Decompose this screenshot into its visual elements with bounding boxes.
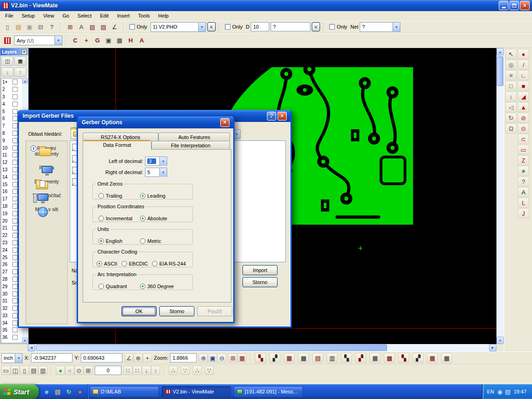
- measure-icon[interactable]: ∠: [109, 22, 120, 32]
- draw-circle-center-icon[interactable]: ⊙: [518, 123, 529, 133]
- restore-button[interactable]: [509, 1, 519, 10]
- mirror-icon[interactable]: ◁: [505, 102, 517, 112]
- prev-dcode-button[interactable]: <: [312, 22, 320, 31]
- layer-swatch[interactable]: [12, 298, 18, 303]
- grid-table-icon[interactable]: ▦: [237, 353, 247, 363]
- aperture-h-icon[interactable]: H: [125, 36, 136, 46]
- layer-row[interactable]: 1+: [1, 79, 23, 86]
- messenger-tray-icon[interactable]: ◉: [497, 389, 502, 395]
- layer-palette-icon[interactable]: [2, 36, 13, 46]
- pattern-grid-icon[interactable]: ▦: [114, 36, 125, 46]
- radio-trailing[interactable]: Trailing: [98, 193, 122, 199]
- draw-rectangle-icon[interactable]: ■: [518, 81, 529, 91]
- layers-palette-titlebar[interactable]: Layers ×: [0, 48, 28, 55]
- horizontal-scroll-thumb[interactable]: [36, 345, 387, 351]
- dcode-pattern-icon[interactable]: ▚: [398, 353, 409, 363]
- zoom-out-icon[interactable]: ⊖: [217, 353, 226, 363]
- draw-zigzag-icon[interactable]: Z: [518, 155, 529, 165]
- query-draw-icon[interactable]: ?: [518, 176, 529, 187]
- layer-swatch[interactable]: [12, 196, 18, 201]
- tab-auto-features[interactable]: Auto Features: [158, 133, 230, 141]
- draw-circle-slash-icon[interactable]: ⊘: [518, 113, 529, 123]
- layer-swatch[interactable]: [12, 131, 18, 136]
- save-icon[interactable]: ▣: [24, 22, 35, 32]
- center-target-icon[interactable]: +: [81, 36, 92, 46]
- refresh-icon[interactable]: ↻: [65, 387, 73, 396]
- radio-absolute[interactable]: Absolute: [140, 216, 167, 221]
- layer-swatch[interactable]: [12, 291, 18, 296]
- anchor-up-icon[interactable]: ↑: [151, 366, 160, 375]
- probe-icon[interactable]: ○: [65, 366, 74, 375]
- text-query-icon[interactable]: A: [76, 22, 87, 32]
- taskbar-task-viewmate[interactable]: V2.bin - ViewMate: [162, 386, 231, 397]
- only-layer-checkbox[interactable]: Only: [129, 24, 147, 30]
- place-desktop[interactable]: Plocha: [27, 165, 66, 170]
- dcode-pattern-icon[interactable]: ▞: [269, 353, 280, 363]
- layer-stack-icon[interactable]: ≡: [505, 70, 517, 80]
- layer-swatch[interactable]: [12, 240, 18, 245]
- close-button[interactable]: ×: [520, 1, 530, 10]
- close-icon[interactable]: ×: [278, 112, 287, 121]
- radio-eia-rs244[interactable]: EIA RS-244: [152, 261, 186, 266]
- layer-swatch[interactable]: [12, 102, 18, 107]
- layer-swatch[interactable]: [12, 116, 18, 121]
- magnet-icon[interactable]: Ω: [505, 123, 517, 133]
- cancel-button[interactable]: Storno: [159, 306, 194, 316]
- left-of-decimal-combo[interactable]: 3 ▼: [145, 157, 167, 166]
- layer-swatch[interactable]: [12, 189, 18, 194]
- dot-grid-icon[interactable]: ∷: [123, 366, 133, 375]
- radio-metric[interactable]: Metric: [140, 238, 161, 244]
- apply-button[interactable]: Použít: [197, 306, 232, 316]
- pad-pattern-icon[interactable]: ∴: [193, 366, 202, 375]
- tab-data-format[interactable]: Data Format: [83, 140, 151, 150]
- radio-ebcdic[interactable]: EBCDIC: [121, 261, 148, 266]
- pad-pattern-icon[interactable]: ∴: [169, 366, 178, 375]
- folder-quick-icon[interactable]: ▤: [54, 387, 62, 396]
- gerber-dialog-titlebar[interactable]: Gerber Options ×: [78, 116, 233, 128]
- only-dcode-checkbox[interactable]: Only: [225, 24, 243, 30]
- layer-swatch[interactable]: [12, 262, 18, 267]
- menu-item[interactable]: Insert: [113, 12, 134, 20]
- layer-swatch[interactable]: [12, 284, 18, 289]
- vertical-scroll-thumb[interactable]: [497, 56, 503, 86]
- horizontal-scrollbar[interactable]: ◀ ▶: [28, 344, 496, 351]
- draw-corner-icon[interactable]: ◢: [518, 91, 529, 102]
- clock[interactable]: 19:47: [514, 389, 526, 394]
- radio-360-degree[interactable]: 360 Degree: [140, 284, 174, 289]
- layer-swatch[interactable]: [12, 218, 18, 224]
- radio-quadrant[interactable]: Quadrant: [98, 284, 127, 289]
- ok-button[interactable]: OK: [121, 306, 157, 316]
- layer-swatch[interactable]: [12, 306, 18, 311]
- dcode-pattern-icon[interactable]: ▚: [341, 353, 352, 363]
- dcode-table-icon[interactable]: ⊞: [65, 22, 76, 32]
- only-net-checkbox[interactable]: Only: [329, 24, 347, 30]
- start-button[interactable]: Start: [0, 384, 39, 399]
- layer-row[interactable]: 2: [1, 86, 23, 93]
- j-command-icon[interactable]: J: [518, 208, 529, 218]
- close-icon[interactable]: ×: [220, 118, 230, 127]
- flash-grid-icon[interactable]: ▣: [103, 36, 114, 46]
- layer-swatch[interactable]: [12, 269, 18, 274]
- layer-film-icon[interactable]: ▤: [29, 366, 38, 375]
- layer-swatch[interactable]: [12, 167, 18, 172]
- radio-leading[interactable]: Leading: [140, 193, 165, 199]
- scroll-right-icon[interactable]: ▶: [489, 344, 496, 351]
- print-icon[interactable]: ⊟: [35, 22, 46, 32]
- grid-snap-icon[interactable]: ⊞: [84, 366, 93, 375]
- layer-swatch[interactable]: [12, 313, 18, 318]
- scroll-up-icon[interactable]: ▲: [496, 48, 504, 55]
- crosshair-icon[interactable]: +: [143, 353, 152, 363]
- dcode-pattern-icon[interactable]: ▞: [355, 353, 366, 363]
- dcode-pattern-icon[interactable]: ▤: [312, 353, 323, 363]
- layer-swatch[interactable]: [12, 248, 18, 253]
- place-network[interactable]: Místa v síti: [27, 206, 66, 212]
- net-combo[interactable]: ? ▼: [360, 22, 400, 32]
- l-command-icon[interactable]: L: [518, 198, 529, 208]
- menu-item[interactable]: File: [1, 12, 18, 20]
- layer-swatch[interactable]: [12, 123, 18, 128]
- redraw-icon[interactable]: ◎: [505, 60, 517, 70]
- layer-columns-icon[interactable]: ◫: [1, 56, 13, 66]
- outline-mode-icon[interactable]: ▨: [98, 22, 109, 32]
- dcode-pattern-icon[interactable]: ▦: [427, 353, 438, 363]
- tab-file-interpretation[interactable]: File Interpretation: [151, 141, 230, 149]
